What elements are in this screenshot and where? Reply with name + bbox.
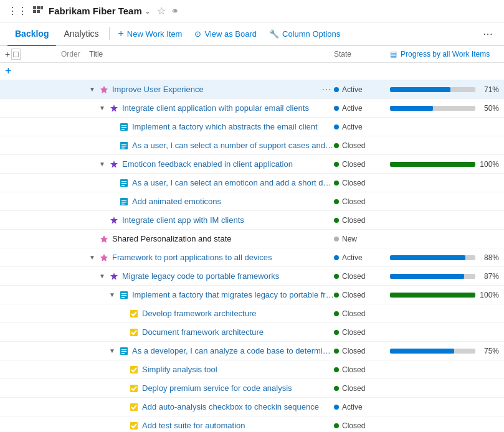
row-state: Closed	[334, 197, 390, 206]
row-type-icon	[120, 122, 130, 132]
row-title-text[interactable]: Integrate client app with IM clients	[122, 215, 334, 225]
row-title-area: ▼Emoticon feedback enabled in client app…	[89, 159, 334, 169]
team-chevron-icon[interactable]: ⌄	[145, 7, 151, 16]
nav-divider	[109, 27, 110, 40]
row-title-text[interactable]: Add auto-analysis checkbox to checkin se…	[142, 402, 334, 411]
svg-rect-3	[33, 10, 36, 13]
row-toggle[interactable]: ▼	[99, 273, 108, 279]
row-toggle[interactable]: ▼	[109, 347, 118, 354]
row-title-text: Shared Personalization and state	[112, 234, 334, 243]
row-state: Closed	[334, 309, 390, 318]
team-name: Fabrikam Fiber Team	[49, 6, 142, 16]
row-title-text[interactable]: Framework to port applications to all de…	[112, 253, 334, 262]
state-text: Closed	[342, 309, 365, 318]
row-title-text[interactable]: Implement a factory that migrates legacy…	[132, 290, 334, 299]
row-title-text[interactable]: Deploy premium service for code analysis	[142, 383, 334, 393]
star-icon[interactable]: ☆	[157, 5, 166, 17]
row-state: Closed	[334, 141, 390, 150]
progress-fill	[390, 255, 465, 260]
table-row: ▼Integrate client application with popul…	[0, 99, 504, 118]
state-text: Active	[342, 403, 363, 411]
row-title-area: Document framework architecture	[89, 327, 334, 337]
svg-rect-4	[37, 10, 40, 13]
row-toggle[interactable]: ▼	[99, 161, 108, 167]
row-title-text[interactable]: As a user, I can select a number of supp…	[132, 141, 334, 150]
row-title-text[interactable]: Emoticon feedback enabled in client appl…	[122, 159, 334, 169]
progress-fill	[390, 162, 475, 167]
row-state: Closed	[334, 328, 390, 337]
view-as-board-button[interactable]: ⊙ View as Board	[188, 24, 263, 44]
row-title-text[interactable]: Document framework architecture	[142, 327, 334, 337]
expand-icon[interactable]: □	[11, 49, 20, 60]
row-toggle[interactable]: ▼	[109, 291, 118, 298]
row-progress: 87%	[390, 272, 499, 281]
svg-rect-32	[130, 310, 138, 317]
row-toggle[interactable]: ▼	[89, 86, 98, 93]
person-add-icon[interactable]: ⚭	[171, 5, 179, 17]
row-toggle[interactable]: ▼	[89, 254, 98, 261]
row-title-text[interactable]: Add animated emoticons	[132, 197, 334, 206]
row-type-icon	[130, 421, 140, 431]
row-progress: 88%	[390, 253, 499, 262]
row-title-text[interactable]: Migrate legacy code to portable framewor…	[122, 271, 334, 281]
state-text: Closed	[342, 328, 365, 337]
nav-analytics[interactable]: Analytics	[56, 22, 106, 45]
row-type-icon	[110, 271, 120, 281]
row-type-icon	[130, 309, 140, 319]
row-progress: 100%	[390, 160, 499, 169]
row-title-text[interactable]: Simplify analysis tool	[142, 365, 334, 374]
progress-fill	[390, 106, 433, 111]
row-type-icon	[130, 402, 140, 412]
svg-rect-1	[37, 6, 40, 9]
svg-rect-41	[130, 422, 138, 430]
add-child-icon[interactable]: +	[5, 49, 10, 59]
state-text: Closed	[342, 291, 365, 299]
row-title-area: Add animated emoticons	[89, 197, 334, 207]
row-type-icon	[120, 346, 130, 356]
row-title-text[interactable]: Add test suite for automation	[142, 421, 334, 430]
row-state: Active	[334, 403, 390, 411]
row-title-area: ▼Migrate legacy code to portable framewo…	[89, 271, 334, 281]
table-row: Shared Personalization and stateNew	[0, 230, 504, 248]
row-title-text[interactable]: Integrate client application with popula…	[122, 103, 334, 113]
row-state: Closed	[334, 347, 390, 355]
state-dot	[334, 423, 339, 428]
state-dot	[334, 124, 339, 129]
table-header-order: Order	[61, 50, 89, 59]
row-title-text[interactable]: As a user, I can select an emoticon and …	[132, 178, 334, 187]
row-title-text[interactable]: Implement a factory which abstracts the …	[132, 122, 334, 131]
row-toggle[interactable]: ▼	[99, 105, 108, 111]
svg-rect-29	[121, 293, 126, 294]
state-dot	[334, 330, 339, 335]
new-work-item-label: New Work Item	[127, 29, 183, 39]
progress-bar	[390, 274, 475, 279]
table-row: Add test suite for automationClosed	[0, 416, 504, 432]
row-title-area: As a user, I can select a number of supp…	[89, 141, 334, 151]
row-type-icon	[110, 159, 120, 169]
add-item-button[interactable]: +	[5, 65, 12, 78]
new-work-item-button[interactable]: + New Work Item	[112, 23, 189, 44]
row-ellipsis-button[interactable]: ⋯	[319, 83, 334, 95]
row-title-area: Simplify analysis tool	[89, 365, 334, 375]
row-type-icon	[120, 197, 130, 207]
svg-rect-37	[121, 353, 125, 354]
svg-marker-26	[100, 254, 108, 261]
plus-icon: +	[118, 28, 124, 39]
board-icon: ⊙	[194, 29, 201, 39]
svg-marker-6	[110, 105, 118, 112]
svg-rect-21	[121, 200, 126, 201]
state-dot	[334, 311, 339, 316]
table-row: ▼Emoticon feedback enabled in client app…	[0, 155, 504, 174]
row-title-text[interactable]: As a developer, I can analyze a code bas…	[132, 346, 334, 355]
svg-rect-40	[130, 403, 138, 411]
column-options-button[interactable]: 🔧 Column Options	[263, 24, 346, 44]
svg-rect-30	[121, 295, 126, 296]
row-title-text[interactable]: Improve User Experience	[112, 85, 319, 94]
table-row: Integrate client app with IM clientsClos…	[0, 211, 504, 230]
nav-more-button[interactable]: ⋯	[479, 23, 497, 45]
state-text: Active	[342, 104, 363, 113]
row-title-text[interactable]: Develop framework architecture	[142, 309, 334, 318]
nav-backlog[interactable]: Backlog	[7, 22, 56, 46]
row-title-area: Implement a factory which abstracts the …	[89, 122, 334, 132]
column-options-label: Column Options	[282, 29, 340, 39]
